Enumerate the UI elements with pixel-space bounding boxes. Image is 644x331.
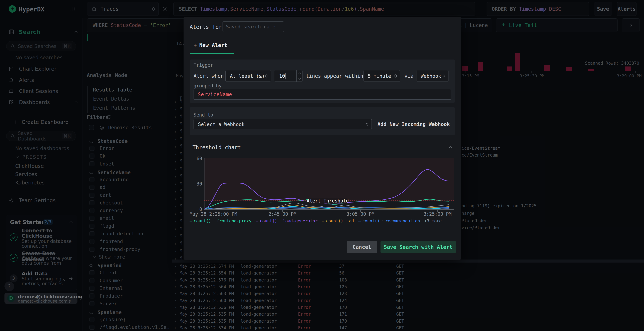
webhook-select[interactable]: Select a Webhook [194, 119, 372, 129]
webhook-select-value: Select a Webhook [198, 122, 244, 127]
trigger-section: Trigger Alert when At least (≥) 10 lines… [190, 59, 455, 103]
grouped-by-value: ServiceName [198, 91, 232, 97]
tab-new-alert[interactable]: + New Alert [194, 42, 227, 48]
series-count() · ad [204, 205, 449, 209]
send-to-label: Send to [194, 112, 213, 118]
tab-new-alert-label: New Alert [199, 42, 227, 48]
y-axis-tick: 30 [196, 181, 202, 187]
legend-item-load-generator[interactable]: —count()·load-generator [256, 219, 318, 223]
y-axis-tick: 60 [196, 156, 202, 161]
cancel-button-label: Cancel [352, 244, 371, 250]
channel-select[interactable]: Webhook [416, 70, 448, 82]
legend-separator: · [381, 219, 384, 223]
x-axis-tick: May 28 2:25:00 PM [190, 211, 237, 217]
series-count() · frontend-proxy [204, 198, 449, 209]
legend-series-name: ad [349, 219, 354, 223]
above-threshold-region [204, 158, 454, 201]
x-axis-tick: 3:05:00 PM [346, 211, 374, 217]
operator-select[interactable]: At least (≥) [226, 70, 271, 82]
legend-separator: · [213, 219, 215, 223]
lines-appear-label: lines appear within [306, 70, 363, 82]
add-webhook-link[interactable]: Add New Incoming Webhook [378, 119, 450, 129]
hyperdx-app: HyperDX Traces SELECT Timestamp,ServiceN… [0, 0, 644, 331]
chart-legend: —count()·frontend-proxy—count()·load-gen… [190, 219, 456, 223]
threshold-chart-title: Threshold chart [192, 144, 241, 150]
operator-select-value: At least (≥) [230, 73, 265, 79]
legend-line-swatch: — [190, 219, 192, 223]
save-button-label: Save Search with Alert [384, 244, 452, 250]
chevron-updown-icon [366, 123, 368, 126]
channel-select-value: Webhook [421, 73, 441, 79]
threshold-value: 10 [279, 73, 285, 79]
threshold-input[interactable]: 10 [274, 70, 302, 82]
window-select-value: 5 minute [368, 73, 391, 79]
legend-series-name: recommendation [385, 219, 420, 223]
legend-more-link[interactable]: +3 more [424, 219, 442, 223]
save-search-with-alert-button[interactable]: Save Search with Alert [380, 241, 456, 253]
collapse-chevron-icon[interactable] [448, 145, 452, 150]
number-stepper[interactable] [296, 70, 302, 81]
series-count() · load-generator [204, 169, 449, 209]
legend-separator: · [279, 219, 281, 223]
window-select[interactable]: 5 minute [363, 70, 400, 82]
legend-metric: count() [194, 219, 211, 223]
series-count() · recommendation [204, 208, 449, 209]
alert-threshold-label: Alert Threshold [307, 198, 349, 204]
legend-metric: count() [362, 219, 380, 223]
legend-series-name: frontend-proxy [217, 219, 252, 223]
series-count() · frontend [204, 203, 449, 209]
x-axis-tick: 2:45:00 PM [268, 211, 296, 217]
chevron-updown-icon [265, 74, 268, 78]
active-tab-indicator [190, 53, 234, 54]
text-caret [286, 73, 286, 79]
alert-when-label: Alert when [194, 70, 224, 82]
legend-line-swatch: — [256, 219, 258, 223]
modal-title: Alerts for [190, 24, 222, 30]
alert-name-input[interactable]: Saved search name [222, 21, 284, 32]
x-axis-tick: 3:25:00 PM [424, 211, 452, 217]
grouped-by-label: grouped by [194, 83, 222, 88]
legend-series-name: load-generator [283, 219, 318, 223]
legend-metric: count() [260, 219, 277, 223]
cancel-button[interactable]: Cancel [347, 241, 377, 253]
legend-line-swatch: — [322, 219, 324, 223]
chevron-updown-icon [394, 74, 397, 78]
legend-item-recommendation[interactable]: —count()·recommendation [358, 219, 420, 223]
send-to-section: Send to Select a Webhook Add New Incomin… [190, 107, 455, 135]
alert-modal: Alerts for Saved search name + New Alert… [184, 17, 461, 260]
legend-item-frontend-proxy[interactable]: —count()·frontend-proxy [190, 219, 252, 223]
y-axis-tick: 0 [199, 207, 202, 212]
series-count() · cart [204, 206, 449, 209]
legend-line-swatch: — [358, 219, 361, 223]
trigger-section-label: Trigger [194, 62, 213, 68]
legend-item-ad[interactable]: —count()·ad [322, 219, 354, 223]
series-count() · checkout [204, 208, 449, 209]
legend-metric: count() [326, 219, 343, 223]
via-label: via [404, 70, 414, 82]
alert-name-placeholder: Saved search name [226, 24, 275, 29]
grouped-by-input[interactable]: ServiceName [194, 89, 451, 100]
legend-separator: · [345, 219, 348, 223]
chevron-updown-icon [443, 74, 445, 78]
plus-icon: + [194, 42, 197, 48]
